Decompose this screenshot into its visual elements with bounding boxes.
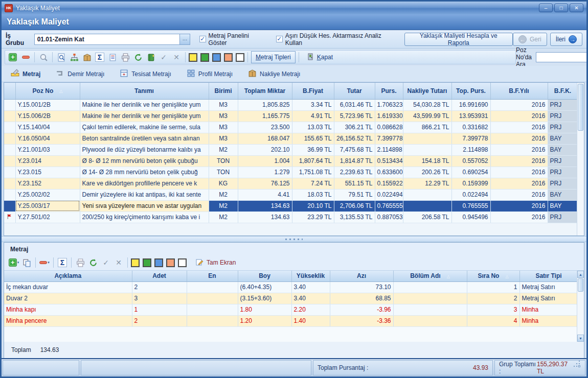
preview-icon[interactable] bbox=[56, 52, 67, 63]
notes-icon[interactable] bbox=[107, 52, 118, 63]
table-row[interactable]: Y.25.003/17Yeni sıva yüzeylere macun ve … bbox=[4, 200, 578, 211]
maximize-button[interactable]: □ bbox=[554, 4, 568, 12]
book-icon[interactable] bbox=[145, 52, 156, 63]
table-row[interactable]: Y.23.015Ø 14- Ø 28 mm nervürlü beton çel… bbox=[4, 167, 578, 178]
color-swatch-icon[interactable] bbox=[189, 53, 197, 62]
scroll-up-button[interactable]: ▲ bbox=[577, 271, 584, 278]
cancel-icon[interactable]: ✕ bbox=[171, 52, 182, 63]
table-row[interactable]: Y.23.152Kare ve dikdörtgen profillerle p… bbox=[4, 178, 578, 189]
print-icon[interactable] bbox=[75, 257, 86, 268]
low-bid-analysis-checkbox[interactable]: ✓ Aşırı Düşük Hes. Aktarmasız Analiz Kul… bbox=[276, 32, 396, 46]
refresh-icon[interactable] bbox=[132, 52, 144, 63]
refresh-icon[interactable] bbox=[87, 257, 99, 268]
color-swatch-icon[interactable] bbox=[200, 53, 209, 62]
column-header-en[interactable]: En bbox=[187, 271, 238, 281]
column-header-poz[interactable]: Poz No△ bbox=[15, 83, 80, 99]
column-header-azi[interactable]: Azı bbox=[330, 271, 393, 281]
tab-demir-metraj-[interactable]: Demir Metrajı bbox=[56, 69, 104, 79]
scroll-down-button[interactable]: ▼ bbox=[577, 335, 584, 342]
metraj-grid-scrollbar[interactable]: ▲ ▼ bbox=[577, 271, 584, 342]
tab-tesisat-metraj-[interactable]: Tesisat Metrajı bbox=[120, 69, 171, 79]
tam-ekran-button[interactable]: Tam Ekran bbox=[195, 258, 236, 268]
status-pursantaj: Toplam Pursantaj : 43.93 bbox=[313, 360, 493, 375]
column-header-yil[interactable]: B.F.Yılı bbox=[490, 83, 548, 99]
add-row-icon[interactable]: +▾ bbox=[8, 257, 19, 268]
column-header-miktar[interactable]: Toplam Miktar bbox=[238, 83, 292, 99]
column-header-tanim[interactable]: Tanımı bbox=[80, 83, 209, 99]
scrollbar-thumb[interactable] bbox=[578, 278, 583, 292]
metraj-tipleri-button[interactable]: Metraj Tipleri bbox=[251, 51, 296, 63]
delete-row-icon[interactable] bbox=[20, 52, 31, 63]
color-swatch-icon[interactable] bbox=[166, 258, 175, 267]
column-header-aciklama[interactable]: Açıklama bbox=[4, 271, 132, 281]
color-swatch-icon[interactable] bbox=[236, 53, 244, 62]
column-header-satir[interactable]: Satır Tipi bbox=[519, 271, 578, 281]
back-button[interactable]: ← Geri bbox=[513, 33, 547, 46]
column-header-yukseklik[interactable]: Yükseklik bbox=[291, 271, 330, 281]
column-header-bolum[interactable]: Bölüm Adı△ bbox=[393, 271, 467, 281]
print-icon[interactable] bbox=[120, 52, 131, 63]
grup-toplami-value: 155,290.37 TL bbox=[537, 361, 574, 375]
table-row[interactable]: Y.15.006/2BMakine ile her derinlik ve he… bbox=[4, 110, 578, 122]
table-row[interactable]: Minha kapı11.802.20-3.963Minha bbox=[4, 304, 578, 315]
tab-nakliye-metraj-[interactable]: Nakliye Metrajı bbox=[248, 69, 300, 79]
apply-icon[interactable]: ✓ bbox=[158, 52, 169, 63]
copy-icon[interactable] bbox=[21, 257, 32, 268]
panel-title: Metraj bbox=[4, 243, 584, 255]
color-swatches bbox=[131, 258, 187, 267]
ellipsis-button[interactable]: … bbox=[179, 34, 190, 44]
scrollbar-thumb[interactable] bbox=[578, 84, 583, 131]
page-header: Yaklaşık Maliyet bbox=[2, 14, 586, 30]
kapat-button[interactable]: Kapat bbox=[302, 53, 337, 62]
status-grup-toplami: Grup Toplamı : 155,290.37 TL bbox=[494, 360, 585, 375]
cancel-icon[interactable]: ✕ bbox=[113, 257, 124, 268]
column-header-birim[interactable]: Birimi bbox=[209, 83, 238, 99]
minimize-button[interactable]: – bbox=[539, 4, 553, 12]
pursantaj-value: 43.93 bbox=[473, 364, 488, 371]
forward-button[interactable]: İleri → bbox=[550, 33, 582, 46]
column-header-bfk[interactable]: B.F.K. bbox=[548, 83, 578, 99]
delete-row-icon[interactable]: ▾ bbox=[39, 257, 50, 268]
table-row[interactable]: Y.21.001/03Plywood ile düz yüzeyli beton… bbox=[4, 144, 578, 155]
column-header-bfiyat[interactable]: B.Fiyat bbox=[292, 83, 334, 99]
column-header-nakliye[interactable]: Nakliye Tutarı bbox=[403, 83, 451, 99]
table-row[interactable]: Duvar 23(3.15+3.60)3.4068.852Metraj Satı… bbox=[4, 293, 578, 304]
panel-splitter[interactable] bbox=[2, 236, 586, 242]
column-header-tutar[interactable]: Tutar bbox=[334, 83, 375, 99]
column-header-boy[interactable]: Boy bbox=[238, 271, 291, 281]
table-row[interactable]: Y.25.002/02Demir yüzeylere iki kat antip… bbox=[4, 189, 578, 200]
column-header-purs[interactable]: Purs. bbox=[375, 83, 403, 99]
color-swatch-icon[interactable] bbox=[224, 53, 233, 62]
color-swatch-icon[interactable] bbox=[178, 258, 187, 267]
tab-profil-metraj-[interactable]: Profil Metrajı bbox=[187, 69, 233, 79]
color-swatch-icon[interactable] bbox=[143, 258, 151, 267]
column-header-adet[interactable]: Adet bbox=[132, 271, 187, 281]
color-swatch-icon[interactable] bbox=[131, 258, 140, 267]
color-swatches bbox=[189, 53, 244, 62]
table-row[interactable]: Y.15.001/2BMakine ile her derinlik ve he… bbox=[4, 99, 578, 110]
add-row-icon[interactable]: + bbox=[7, 52, 18, 63]
apply-icon[interactable]: ✓ bbox=[100, 257, 111, 268]
column-header-sira[interactable]: Sıra No△ bbox=[467, 271, 519, 281]
table-row[interactable]: Y.16.050/04Beton santralinde üretilen ve… bbox=[4, 133, 578, 144]
table-row[interactable]: İç mekan duvar2(6.40+4.35)3.4073.101Metr… bbox=[4, 281, 578, 293]
close-button[interactable]: ✕ bbox=[570, 4, 583, 12]
tree-icon[interactable] bbox=[69, 52, 80, 63]
table-row[interactable]: Y.27.501/02200/250 kg kireç/çimento karı… bbox=[4, 211, 578, 223]
search-icon[interactable] bbox=[38, 52, 49, 63]
poz-search-input[interactable] bbox=[536, 52, 588, 62]
sum-icon[interactable]: Σ bbox=[57, 257, 68, 268]
color-swatch-icon[interactable] bbox=[212, 53, 221, 62]
table-row[interactable]: Y.23.014Ø 8- Ø 12 mm nervürlü beton çeli… bbox=[4, 155, 578, 167]
tab-metraj[interactable]: Metraj bbox=[11, 69, 40, 79]
work-group-combo[interactable]: 01.01-Zemin Kat … bbox=[34, 34, 190, 45]
main-grid-scrollbar[interactable] bbox=[577, 83, 584, 235]
show-metraj-panel-checkbox[interactable]: ✓ Metraj Panelini Göster bbox=[199, 32, 267, 46]
sum-icon[interactable]: Σ bbox=[94, 52, 105, 63]
table-row[interactable]: Y.15.140/04Çakıl temin edilerek, makine … bbox=[4, 122, 578, 133]
table-row[interactable]: Minha pencere21.201.40-3.364Minha bbox=[4, 315, 578, 326]
calculate-report-button[interactable]: Yaklaşık Maliyeti Hesapla ve Raporla bbox=[404, 33, 513, 46]
column-header-toppurs[interactable]: Top. Purs. bbox=[451, 83, 490, 99]
package-icon[interactable] bbox=[81, 52, 93, 63]
color-swatch-icon[interactable] bbox=[154, 258, 163, 267]
